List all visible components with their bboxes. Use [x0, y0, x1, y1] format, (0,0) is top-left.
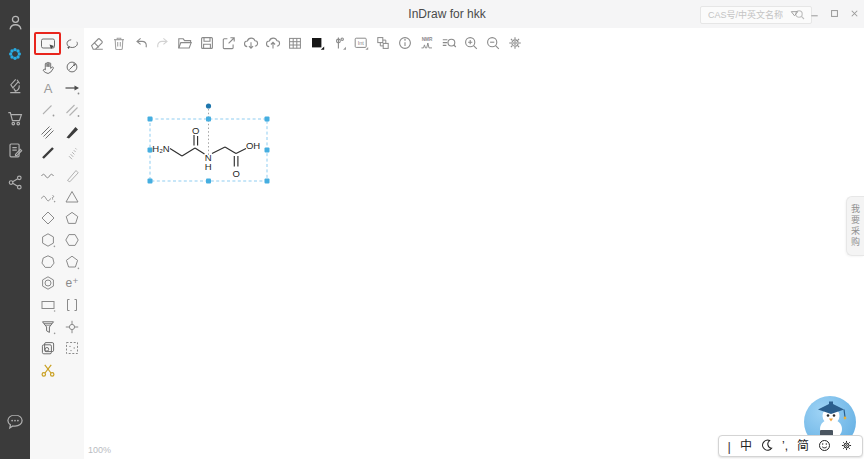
- bond-single-icon: [40, 102, 56, 118]
- tool-funnel-filter[interactable]: [37, 316, 59, 338]
- tool-cycloheptane[interactable]: [37, 251, 59, 273]
- open-button[interactable]: [177, 34, 193, 52]
- cloud-download-icon: [243, 35, 259, 51]
- tool-benzene[interactable]: [37, 273, 59, 295]
- sidebar-item-orders[interactable]: [5, 140, 25, 160]
- moon-icon[interactable]: [761, 439, 773, 453]
- tool-bond-double[interactable]: [61, 99, 83, 121]
- cas-search-input[interactable]: [701, 10, 794, 20]
- info-icon: [397, 35, 413, 51]
- abbreviation-groups-icon: [375, 35, 391, 51]
- tool-cyclohexane-alt[interactable]: [61, 229, 83, 251]
- delete-button[interactable]: [111, 34, 127, 52]
- cloud-download-button[interactable]: [243, 34, 259, 52]
- tool-bond-wedge-hollow[interactable]: [61, 164, 83, 186]
- chat-bubble-icon: [5, 411, 25, 431]
- settings-button[interactable]: [507, 34, 523, 52]
- tool-brackets[interactable]: [61, 294, 83, 316]
- rect-select-icon: [40, 37, 57, 52]
- share-network-icon: [6, 173, 25, 192]
- text-tool-icon: A: [44, 82, 53, 95]
- drawing-canvas[interactable]: H₂N O N H OH O 100%: [84, 57, 864, 459]
- save-button[interactable]: [199, 34, 215, 52]
- eraser-button[interactable]: [89, 34, 105, 52]
- nmr-button[interactable]: NMR: [419, 34, 435, 52]
- structure-search-icon: [441, 35, 457, 51]
- zoom-in-button[interactable]: [463, 34, 479, 52]
- tool-triangle[interactable]: [61, 186, 83, 208]
- scissors-icon: [40, 362, 56, 378]
- ime-bar: | 中 ’, 简: [718, 435, 863, 457]
- hand-icon: [40, 59, 56, 75]
- info-button[interactable]: [397, 34, 413, 52]
- minimize-icon[interactable]: [808, 6, 821, 20]
- export-icon: [221, 35, 237, 51]
- sidebar-item-share[interactable]: [5, 172, 25, 192]
- tool-bond-wedge-solid[interactable]: [61, 121, 83, 143]
- electron-icon: e⁺: [65, 277, 78, 289]
- dotted-box-icon: [64, 340, 80, 356]
- tool-dotted-box[interactable]: [61, 338, 83, 360]
- structure-search-button[interactable]: [441, 34, 457, 52]
- close-icon[interactable]: [848, 6, 861, 20]
- svg-text:NMR: NMR: [422, 37, 433, 42]
- fill-color-button[interactable]: [309, 34, 325, 52]
- ime-chinese-toggle[interactable]: 中: [740, 440, 752, 452]
- tool-diamond[interactable]: [37, 208, 59, 230]
- tool-electron[interactable]: e⁺: [61, 273, 83, 295]
- tool-bond-single[interactable]: [37, 99, 59, 121]
- arrow-icon: [64, 81, 80, 95]
- tool-bond-triple[interactable]: [37, 121, 59, 143]
- tool-bond-hash-wedge[interactable]: [61, 142, 83, 164]
- maximize-icon[interactable]: [828, 6, 841, 20]
- ph-tool-button[interactable]: [331, 34, 347, 52]
- atom-label-amide-h: H: [205, 161, 212, 172]
- tool-pentagon[interactable]: [61, 208, 83, 230]
- undo-button[interactable]: [133, 34, 149, 52]
- svg-text:Int: Int: [358, 39, 365, 45]
- bond-wedge-solid-icon: [64, 124, 80, 140]
- cloud-upload-button[interactable]: [265, 34, 281, 52]
- selected-molecule[interactable]: H₂N O N H OH O: [140, 100, 285, 195]
- purchase-tab[interactable]: 我要采购: [846, 196, 864, 256]
- redo-icon: [155, 35, 171, 51]
- molecule-flower-icon: [6, 45, 24, 63]
- tool-bond-bold[interactable]: [37, 142, 59, 164]
- tool-rect-select[interactable]: [37, 34, 59, 56]
- tool-scissors[interactable]: [37, 359, 59, 381]
- sidebar-item-microscope[interactable]: [5, 76, 25, 96]
- ime-simplified-toggle[interactable]: 简: [797, 440, 809, 452]
- tool-pan-hand[interactable]: [37, 56, 59, 78]
- chain-squiggle-icon: [40, 191, 56, 203]
- ime-settings-gear-icon[interactable]: [840, 439, 853, 454]
- tool-cyclopentane-template[interactable]: [61, 251, 83, 273]
- trash-icon: [111, 35, 127, 51]
- tool-rotate[interactable]: [61, 56, 83, 78]
- tool-cyclohexane[interactable]: [37, 229, 59, 251]
- sidebar-item-cart[interactable]: [5, 108, 25, 128]
- sidebar-item-indraw-app[interactable]: [5, 44, 25, 64]
- indraw-window: InDraw for hkk A: [0, 0, 864, 459]
- tool-bond-wavy[interactable]: [37, 164, 59, 186]
- tool-arrow[interactable]: [61, 77, 83, 99]
- sidebar-item-chat[interactable]: [5, 411, 25, 431]
- tool-rectangle[interactable]: [37, 294, 59, 316]
- export-button[interactable]: [221, 34, 237, 52]
- tool-text[interactable]: A: [37, 77, 59, 99]
- tool-chain-squiggle[interactable]: [37, 186, 59, 208]
- ime-punctuation-toggle[interactable]: ’,: [782, 440, 788, 452]
- integral-button[interactable]: Int: [353, 34, 369, 52]
- redo-button[interactable]: [155, 34, 171, 52]
- rotation-handle[interactable]: [206, 103, 211, 108]
- dropdown-icon[interactable]: [788, 6, 801, 20]
- abbreviation-groups-button[interactable]: [375, 34, 391, 52]
- zoom-out-button[interactable]: [485, 34, 501, 52]
- tool-templates[interactable]: [37, 338, 59, 360]
- tool-lasso-select[interactable]: [61, 34, 83, 56]
- smiley-icon[interactable]: [818, 439, 831, 454]
- tool-glassware[interactable]: [61, 316, 83, 338]
- sidebar-item-user[interactable]: [5, 12, 25, 32]
- table-grid-button[interactable]: [287, 34, 303, 52]
- cyclopentane-icon: [64, 254, 80, 270]
- brackets-icon: [64, 297, 80, 313]
